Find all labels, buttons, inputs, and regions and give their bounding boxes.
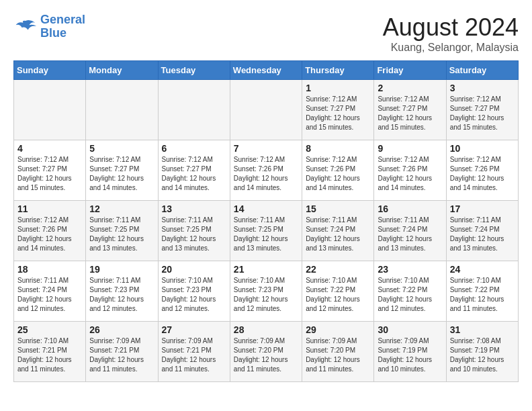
day-number: 19 [89, 264, 154, 275]
calendar-cell: 15Sunrise: 7:11 AM Sunset: 7:24 PM Dayli… [302, 201, 374, 261]
day-info: Sunrise: 7:12 AM Sunset: 7:26 PM Dayligh… [378, 155, 442, 193]
day-number: 24 [450, 264, 515, 275]
day-number: 28 [234, 324, 298, 335]
calendar-cell: 13Sunrise: 7:11 AM Sunset: 7:25 PM Dayli… [158, 201, 230, 261]
day-info: Sunrise: 7:12 AM Sunset: 7:27 PM Dayligh… [89, 155, 154, 193]
day-info: Sunrise: 7:12 AM Sunset: 7:27 PM Dayligh… [306, 95, 370, 132]
week-row-4: 18Sunrise: 7:11 AM Sunset: 7:24 PM Dayli… [14, 261, 519, 322]
header-sunday: Sunday [14, 61, 86, 80]
header-friday: Friday [374, 61, 446, 80]
day-info: Sunrise: 7:08 AM Sunset: 7:19 PM Dayligh… [450, 336, 515, 374]
calendar-cell [14, 80, 86, 140]
calendar-cell: 4Sunrise: 7:12 AM Sunset: 7:27 PM Daylig… [14, 140, 86, 201]
calendar-cell: 9Sunrise: 7:12 AM Sunset: 7:26 PM Daylig… [374, 140, 446, 201]
calendar-cell: 7Sunrise: 7:12 AM Sunset: 7:26 PM Daylig… [230, 140, 302, 201]
calendar-cell: 28Sunrise: 7:09 AM Sunset: 7:20 PM Dayli… [230, 322, 302, 382]
day-info: Sunrise: 7:09 AM Sunset: 7:20 PM Dayligh… [234, 336, 298, 374]
day-number: 12 [89, 203, 154, 214]
week-row-1: 1Sunrise: 7:12 AM Sunset: 7:27 PM Daylig… [14, 80, 519, 140]
calendar-cell: 16Sunrise: 7:11 AM Sunset: 7:24 PM Dayli… [374, 201, 446, 261]
calendar-cell [230, 80, 302, 140]
calendar-cell: 12Sunrise: 7:11 AM Sunset: 7:25 PM Dayli… [86, 201, 158, 261]
calendar-cell: 27Sunrise: 7:09 AM Sunset: 7:21 PM Dayli… [158, 322, 230, 382]
page-header: General Blue August 2024 Kuang, Selangor… [13, 13, 519, 54]
logo: General Blue [13, 13, 85, 40]
day-info: Sunrise: 7:11 AM Sunset: 7:23 PM Dayligh… [89, 276, 154, 314]
calendar-cell: 6Sunrise: 7:12 AM Sunset: 7:27 PM Daylig… [158, 140, 230, 201]
day-number: 11 [17, 203, 82, 214]
day-info: Sunrise: 7:09 AM Sunset: 7:20 PM Dayligh… [306, 336, 370, 374]
day-number: 27 [162, 324, 226, 335]
calendar-cell: 18Sunrise: 7:11 AM Sunset: 7:24 PM Dayli… [14, 261, 86, 322]
day-info: Sunrise: 7:12 AM Sunset: 7:26 PM Dayligh… [306, 155, 370, 193]
day-number: 5 [89, 143, 154, 154]
day-info: Sunrise: 7:09 AM Sunset: 7:19 PM Dayligh… [378, 336, 442, 374]
location-subtitle: Kuang, Selangor, Malaysia [383, 42, 519, 54]
calendar-cell: 23Sunrise: 7:10 AM Sunset: 7:22 PM Dayli… [374, 261, 446, 322]
calendar-cell: 26Sunrise: 7:09 AM Sunset: 7:21 PM Dayli… [86, 322, 158, 382]
day-info: Sunrise: 7:12 AM Sunset: 7:26 PM Dayligh… [450, 155, 515, 193]
calendar-cell: 1Sunrise: 7:12 AM Sunset: 7:27 PM Daylig… [302, 80, 374, 140]
calendar-cell: 17Sunrise: 7:11 AM Sunset: 7:24 PM Dayli… [446, 201, 518, 261]
day-info: Sunrise: 7:12 AM Sunset: 7:27 PM Dayligh… [162, 155, 226, 193]
calendar-table: SundayMondayTuesdayWednesdayThursdayFrid… [13, 60, 519, 382]
day-number: 6 [162, 143, 226, 154]
day-number: 2 [378, 83, 442, 93]
day-info: Sunrise: 7:11 AM Sunset: 7:24 PM Dayligh… [450, 216, 515, 253]
logo-text: General Blue [40, 13, 85, 40]
day-info: Sunrise: 7:10 AM Sunset: 7:22 PM Dayligh… [378, 276, 442, 314]
calendar-cell: 25Sunrise: 7:10 AM Sunset: 7:21 PM Dayli… [14, 322, 86, 382]
calendar-cell: 14Sunrise: 7:11 AM Sunset: 7:25 PM Dayli… [230, 201, 302, 261]
week-row-5: 25Sunrise: 7:10 AM Sunset: 7:21 PM Dayli… [14, 322, 519, 382]
day-info: Sunrise: 7:11 AM Sunset: 7:24 PM Dayligh… [306, 216, 370, 253]
calendar-cell: 21Sunrise: 7:10 AM Sunset: 7:23 PM Dayli… [230, 261, 302, 322]
day-info: Sunrise: 7:12 AM Sunset: 7:27 PM Dayligh… [378, 95, 442, 132]
day-number: 17 [450, 203, 515, 214]
day-info: Sunrise: 7:12 AM Sunset: 7:27 PM Dayligh… [450, 95, 515, 132]
day-number: 14 [234, 203, 298, 214]
calendar-cell: 3Sunrise: 7:12 AM Sunset: 7:27 PM Daylig… [446, 80, 518, 140]
day-number: 1 [306, 83, 370, 93]
day-info: Sunrise: 7:10 AM Sunset: 7:22 PM Dayligh… [306, 276, 370, 314]
calendar-cell: 11Sunrise: 7:12 AM Sunset: 7:26 PM Dayli… [14, 201, 86, 261]
day-info: Sunrise: 7:09 AM Sunset: 7:21 PM Dayligh… [89, 336, 154, 374]
day-info: Sunrise: 7:09 AM Sunset: 7:21 PM Dayligh… [162, 336, 226, 374]
day-number: 29 [306, 324, 370, 335]
day-number: 31 [450, 324, 515, 335]
calendar-cell [158, 80, 230, 140]
calendar-cell: 10Sunrise: 7:12 AM Sunset: 7:26 PM Dayli… [446, 140, 518, 201]
day-number: 22 [306, 264, 370, 275]
day-number: 10 [450, 143, 515, 154]
calendar-cell: 5Sunrise: 7:12 AM Sunset: 7:27 PM Daylig… [86, 140, 158, 201]
day-number: 3 [450, 83, 515, 93]
day-number: 15 [306, 203, 370, 214]
day-number: 18 [17, 264, 82, 275]
day-number: 20 [162, 264, 226, 275]
calendar-cell: 30Sunrise: 7:09 AM Sunset: 7:19 PM Dayli… [374, 322, 446, 382]
day-number: 30 [378, 324, 442, 335]
header-row: SundayMondayTuesdayWednesdayThursdayFrid… [14, 61, 519, 80]
calendar-cell: 31Sunrise: 7:08 AM Sunset: 7:19 PM Dayli… [446, 322, 518, 382]
calendar-cell: 24Sunrise: 7:10 AM Sunset: 7:22 PM Dayli… [446, 261, 518, 322]
day-number: 16 [378, 203, 442, 214]
day-info: Sunrise: 7:12 AM Sunset: 7:26 PM Dayligh… [234, 155, 298, 193]
day-info: Sunrise: 7:11 AM Sunset: 7:25 PM Dayligh… [234, 216, 298, 253]
title-block: August 2024 Kuang, Selangor, Malaysia [383, 13, 519, 54]
calendar-cell: 20Sunrise: 7:10 AM Sunset: 7:23 PM Dayli… [158, 261, 230, 322]
day-number: 23 [378, 264, 442, 275]
day-number: 4 [17, 143, 82, 154]
day-number: 13 [162, 203, 226, 214]
day-info: Sunrise: 7:11 AM Sunset: 7:24 PM Dayligh… [17, 276, 82, 314]
calendar-cell: 22Sunrise: 7:10 AM Sunset: 7:22 PM Dayli… [302, 261, 374, 322]
day-number: 25 [17, 324, 82, 335]
day-info: Sunrise: 7:10 AM Sunset: 7:22 PM Dayligh… [450, 276, 515, 314]
day-number: 21 [234, 264, 298, 275]
calendar-cell: 19Sunrise: 7:11 AM Sunset: 7:23 PM Dayli… [86, 261, 158, 322]
header-monday: Monday [86, 61, 158, 80]
calendar-cell: 8Sunrise: 7:12 AM Sunset: 7:26 PM Daylig… [302, 140, 374, 201]
week-row-3: 11Sunrise: 7:12 AM Sunset: 7:26 PM Dayli… [14, 201, 519, 261]
day-info: Sunrise: 7:11 AM Sunset: 7:24 PM Dayligh… [378, 216, 442, 253]
header-saturday: Saturday [446, 61, 518, 80]
calendar-cell: 2Sunrise: 7:12 AM Sunset: 7:27 PM Daylig… [374, 80, 446, 140]
day-info: Sunrise: 7:11 AM Sunset: 7:25 PM Dayligh… [162, 216, 226, 253]
